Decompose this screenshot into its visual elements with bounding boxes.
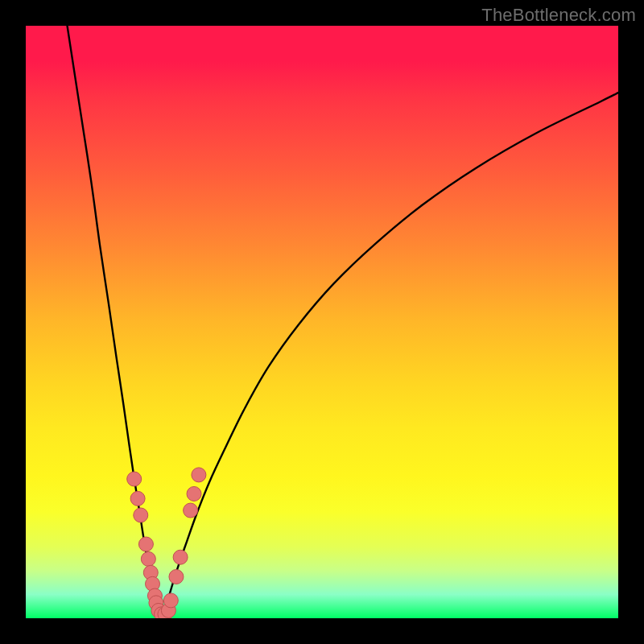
curve-right-branch: [162, 93, 618, 618]
watermark-text: TheBottleneck.com: [481, 5, 636, 26]
highlight-dot: [187, 486, 201, 501]
highlight-dots: [127, 468, 206, 618]
highlight-dot: [163, 593, 178, 608]
highlight-dot: [141, 551, 155, 566]
highlight-dot: [130, 491, 145, 506]
highlight-dot: [169, 569, 184, 584]
highlight-dot: [127, 472, 142, 486]
highlight-dot: [192, 468, 206, 482]
chart-frame: TheBottleneck.com: [0, 0, 644, 644]
curve-layer: [26, 26, 618, 618]
highlight-dot: [173, 550, 188, 564]
curve-left-branch: [68, 26, 163, 618]
plot-area: [26, 26, 618, 618]
highlight-dot: [184, 503, 198, 518]
highlight-dot: [138, 537, 153, 551]
highlight-dot: [134, 508, 148, 522]
bottleneck-curve: [68, 26, 618, 618]
